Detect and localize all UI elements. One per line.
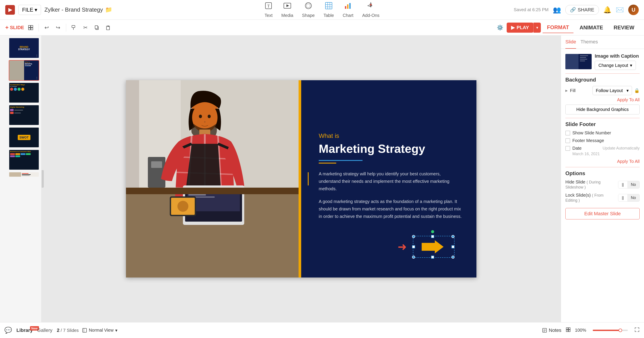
zoom-thumb[interactable]: [618, 328, 622, 332]
selection-handle-ml[interactable]: [412, 245, 415, 248]
view-dropdown-icon: ▾: [115, 328, 118, 333]
right-panel: Slide Themes Image with Caption: [561, 36, 644, 322]
fill-label: Fill: [570, 88, 590, 93]
text-tool[interactable]: T Text: [264, 2, 273, 18]
follow-layout-label: Follow Layout: [596, 88, 623, 93]
change-layout-button[interactable]: Change Layout ▾: [595, 61, 636, 70]
grid-view-button[interactable]: [566, 327, 570, 333]
yellow-accent-bar: [298, 80, 301, 277]
layout-preview: [565, 54, 592, 69]
slide-thumbnail-5[interactable]: SWOT: [9, 127, 39, 148]
tab-themes[interactable]: Themes: [580, 36, 598, 49]
toggle-off-btn[interactable]: ||: [618, 181, 627, 188]
file-menu-button[interactable]: FILE ▾: [18, 5, 41, 15]
library-tab[interactable]: Library New: [16, 327, 33, 333]
shape-tool[interactable]: Shape: [302, 2, 315, 18]
play-dropdown-button[interactable]: ▾: [534, 23, 541, 33]
slide-canvas[interactable]: What is Marketing Strategy A marketing s…: [126, 80, 476, 277]
apply-to-all-link-1[interactable]: Apply To All: [565, 97, 640, 102]
center-area: What is Marketing Strategy A marketing s…: [42, 36, 561, 322]
redo-button[interactable]: ↪: [53, 23, 63, 33]
fill-row: ▶ Fill Follow Layout ▾ 🔒: [565, 86, 640, 95]
lock-toggle-off-btn[interactable]: ||: [618, 194, 627, 201]
gallery-tab[interactable]: Gallery: [37, 327, 52, 333]
svg-rect-31: [151, 161, 162, 168]
svg-rect-50: [188, 194, 206, 196]
selection-handle-bm[interactable]: [431, 256, 434, 259]
copy-button[interactable]: [92, 23, 102, 33]
settings-button[interactable]: ⚙️: [495, 23, 505, 33]
paste-button[interactable]: [104, 23, 113, 33]
cut-button[interactable]: ✂: [80, 23, 90, 33]
lock-slide-label: Lock Slide(s) ( From Editing ): [565, 193, 616, 203]
selection-handle-mr[interactable]: [452, 245, 454, 248]
format-painter-button[interactable]: [69, 23, 79, 33]
update-auto-label: Update Automatically: [602, 146, 640, 151]
rotation-handle[interactable]: [431, 230, 434, 233]
svg-rect-17: [28, 28, 30, 30]
tab-format[interactable]: FORMAT: [542, 22, 574, 33]
selection-handle-tm[interactable]: [431, 235, 434, 238]
svg-rect-15: [28, 26, 30, 28]
svg-rect-24: [107, 26, 109, 27]
slide-what-is: What is Marketing Strategy: [319, 132, 463, 170]
hide-slide-toggle[interactable]: || No: [618, 181, 640, 188]
edit-master-slide-button[interactable]: Edit Master Slide: [565, 208, 640, 219]
fullscreen-button[interactable]: [634, 327, 640, 333]
slide-thumbnail-1[interactable]: BRAND STRATEGY ⋮: [9, 38, 39, 58]
collaborators-icon[interactable]: 👥: [553, 6, 561, 14]
selection-area[interactable]: ➜: [411, 234, 454, 260]
comments-icon[interactable]: 💬: [4, 326, 12, 334]
addons-tool[interactable]: Add-Ons: [362, 2, 380, 18]
slide-thumbnail-4[interactable]: Digital Marketing: [9, 105, 39, 125]
slide-thumbnail-3[interactable]: Sustainable Ways to Compete: [9, 82, 39, 103]
table-tool[interactable]: Table: [324, 2, 334, 18]
date-checkbox[interactable]: [565, 146, 570, 151]
center-toolbar: T Text Media Shape Table Chart: [264, 2, 380, 18]
svg-rect-58: [542, 328, 546, 332]
add-slide-button[interactable]: + SLIDE: [5, 24, 24, 31]
lock-slide-toggle[interactable]: || No: [618, 194, 640, 202]
tab-animate[interactable]: ANIMATE: [575, 22, 608, 33]
lock-slide-no-btn[interactable]: No: [627, 194, 640, 201]
top-bar-right: Saved at 6:25 PM 👥 🔗 SHARE 🔔 ✉️ U: [514, 5, 639, 15]
share-button[interactable]: 🔗 SHARE: [565, 5, 599, 15]
tab-slide[interactable]: Slide: [565, 36, 576, 49]
footer-message-checkbox[interactable]: [565, 138, 570, 143]
selection-handle-bl[interactable]: [412, 256, 415, 259]
tab-review[interactable]: REVIEW: [609, 22, 639, 33]
selection-handle-br[interactable]: [452, 256, 454, 259]
share-label: SHARE: [578, 7, 594, 13]
selection-handle-tr[interactable]: [452, 235, 454, 238]
shape-tool-label: Shape: [302, 13, 315, 18]
footer-message-row: Footer Message: [565, 138, 640, 143]
toolbar-right-actions: ⚙️ ▶ PLAY ▾ FORMAT ANIMATE REVIEW: [495, 22, 639, 33]
slide-thumbnail-2[interactable]: What is Marketing Strategy ⋮: [9, 60, 39, 81]
resize-handle[interactable]: [42, 170, 44, 188]
apply-to-all-link-2[interactable]: Apply To All: [565, 159, 640, 164]
document-title[interactable]: Zylker - Brand Strategy 📁: [44, 6, 112, 13]
hide-slide-no-btn[interactable]: No: [627, 181, 640, 188]
addons-tool-icon: [367, 2, 375, 12]
zoom-slider[interactable]: [593, 330, 628, 331]
layout-info: Image with Caption Change Layout ▾: [595, 53, 640, 70]
show-slide-number-checkbox[interactable]: [565, 131, 570, 135]
selection-handle-tl[interactable]: [412, 235, 415, 238]
yellow-arrow-shape: [422, 240, 444, 253]
layout-view-button[interactable]: [26, 23, 36, 33]
chart-tool[interactable]: Chart: [342, 2, 353, 18]
user-avatar[interactable]: U: [628, 5, 639, 15]
fill-dropdown[interactable]: Follow Layout ▾: [592, 86, 632, 95]
play-button[interactable]: ▶ PLAY: [507, 23, 534, 33]
svg-text:T: T: [268, 4, 270, 8]
slide-thumbnail-7[interactable]: [9, 172, 39, 177]
mail-icon[interactable]: ✉️: [616, 6, 624, 14]
undo-button[interactable]: ↩: [42, 23, 52, 33]
view-mode-button[interactable]: Normal View ▾: [82, 328, 118, 333]
hide-background-graphics-button[interactable]: Hide Background Graphics: [565, 105, 640, 114]
media-tool[interactable]: Media: [281, 2, 293, 18]
layout-name: Image with Caption: [595, 53, 640, 59]
notifications-icon[interactable]: 🔔: [603, 6, 611, 14]
notes-button[interactable]: Notes: [542, 327, 561, 333]
slide-thumbnail-6[interactable]: Business-to-Consumer M&A: [9, 150, 39, 170]
